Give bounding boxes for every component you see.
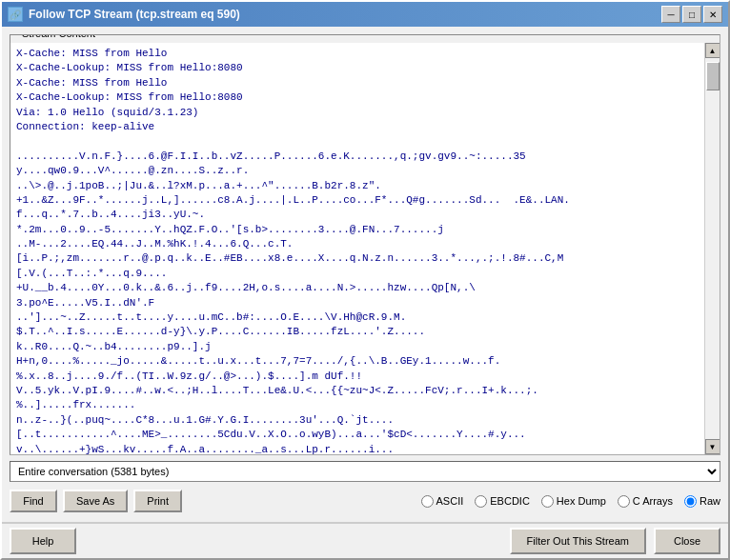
bottom-left: Help — [10, 528, 76, 554]
main-window: 🔗 Follow TCP Stream (tcp.stream eq 590) … — [0, 0, 730, 560]
save-as-button[interactable]: Save As — [63, 490, 128, 512]
conversation-dropdown[interactable]: Entire conversation (5381 bytes) Client … — [10, 461, 720, 482]
filter-out-button[interactable]: Filter Out This Stream — [510, 528, 646, 554]
carrays-radio-label[interactable]: C Arrays — [618, 495, 673, 508]
maximize-button[interactable]: □ — [682, 6, 701, 23]
carrays-label: C Arrays — [633, 495, 673, 507]
close-button[interactable]: Close — [654, 528, 720, 554]
scroll-down-arrow[interactable]: ▼ — [705, 439, 720, 454]
print-button[interactable]: Print — [133, 490, 182, 512]
window-title: Follow TCP Stream (tcp.stream eq 590) — [29, 8, 240, 21]
window-icon: 🔗 — [8, 7, 23, 22]
minimize-button[interactable]: ─ — [661, 6, 680, 23]
raw-label: Raw — [700, 495, 720, 507]
scroll-thumb[interactable] — [706, 62, 720, 90]
title-bar-left: 🔗 Follow TCP Stream (tcp.stream eq 590) — [8, 7, 240, 22]
find-button[interactable]: Find — [10, 490, 57, 512]
ascii-radio-label[interactable]: ASCII — [421, 495, 464, 508]
ascii-radio[interactable] — [421, 495, 434, 508]
title-bar: 🔗 Follow TCP Stream (tcp.stream eq 590) … — [2, 2, 728, 27]
stream-text-display[interactable]: X-Cache: MISS from Hello X-Cache-Lookup:… — [10, 43, 704, 454]
ebcdic-radio-label[interactable]: EBCDIC — [475, 495, 530, 508]
raw-radio[interactable] — [684, 495, 697, 508]
dropdown-row: Entire conversation (5381 bytes) Client … — [10, 461, 720, 482]
stream-group-legend: Stream Content — [18, 34, 99, 39]
hexdump-radio[interactable] — [541, 495, 554, 508]
window-content: Stream Content X-Cache: MISS from Hello … — [2, 27, 728, 522]
hexdump-radio-label[interactable]: Hex Dump — [541, 495, 606, 508]
bottom-bar: Help Filter Out This Stream Close — [2, 523, 728, 558]
ascii-label: ASCII — [436, 495, 464, 507]
carrays-radio[interactable] — [618, 495, 630, 508]
toolbar-row: Find Save As Print ASCII EBCDIC Hex Dump — [10, 488, 720, 514]
hexdump-label: Hex Dump — [557, 495, 606, 507]
stream-content-area: X-Cache: MISS from Hello X-Cache-Lookup:… — [10, 43, 720, 454]
raw-radio-label[interactable]: Raw — [684, 495, 720, 508]
help-button[interactable]: Help — [10, 528, 76, 554]
encoding-radio-group: ASCII EBCDIC Hex Dump C Arrays Raw — [188, 495, 720, 508]
title-controls: ─ □ ✕ — [661, 6, 722, 23]
ebcdic-label: EBCDIC — [490, 495, 530, 507]
ebcdic-radio[interactable] — [475, 495, 487, 508]
stream-group: Stream Content X-Cache: MISS from Hello … — [10, 34, 720, 455]
scroll-up-arrow[interactable]: ▲ — [705, 43, 720, 58]
scroll-track[interactable] — [705, 58, 720, 439]
close-title-button[interactable]: ✕ — [703, 6, 722, 23]
vertical-scrollbar: ▲ ▼ — [704, 43, 720, 454]
bottom-right: Filter Out This Stream Close — [510, 528, 720, 554]
